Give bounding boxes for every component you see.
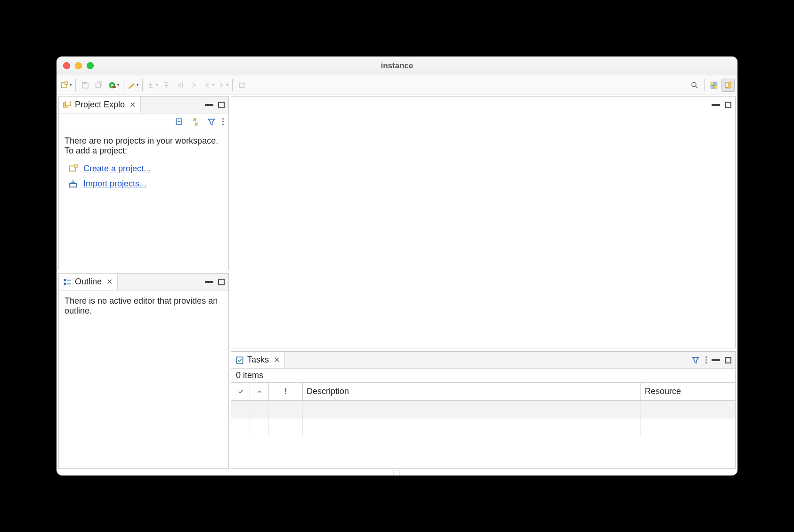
resource-perspective-button[interactable] xyxy=(721,79,735,92)
titlebar: instance xyxy=(57,56,737,75)
editor-area xyxy=(231,96,736,348)
window-title: instance xyxy=(57,61,737,71)
table-row[interactable] xyxy=(231,401,735,419)
col-priority[interactable]: ! xyxy=(269,383,303,400)
editor-empty-area[interactable] xyxy=(231,113,735,348)
explorer-toolbar xyxy=(59,113,228,130)
import-projects-row: Import projects... xyxy=(65,178,223,189)
svg-rect-11 xyxy=(711,85,713,88)
workbench: Project Explo ✕ xyxy=(57,95,737,469)
highlighter-button[interactable] xyxy=(126,79,139,92)
left-column: Project Explo ✕ xyxy=(57,95,231,469)
new-button[interactable] xyxy=(59,79,73,92)
close-icon[interactable]: ✕ xyxy=(106,277,113,286)
maximize-view-button[interactable] xyxy=(218,279,225,285)
explorer-tabrow: Project Explo ✕ xyxy=(59,97,228,113)
svg-rect-5 xyxy=(149,87,153,88)
outline-empty-text: There is no active editor that provides … xyxy=(65,296,223,316)
project-explorer-tab-label: Project Explo xyxy=(75,100,125,110)
svg-rect-12 xyxy=(714,85,717,88)
tasks-table: ! Description Resource xyxy=(231,382,735,436)
minimize-view-button[interactable] xyxy=(205,281,213,283)
prev-annotation-button[interactable] xyxy=(160,79,173,92)
explorer-empty-line1: There are no projects in your workspace. xyxy=(65,136,223,146)
project-explorer-tab[interactable]: Project Explo ✕ xyxy=(59,97,141,113)
import-icon xyxy=(68,178,79,189)
close-icon[interactable]: ✕ xyxy=(130,100,136,109)
collapse-all-button[interactable] xyxy=(174,117,185,127)
outline-tabrow: Outline ✕ xyxy=(59,274,228,290)
import-projects-link[interactable]: Import projects... xyxy=(83,179,146,189)
filter-button[interactable] xyxy=(206,117,217,127)
pin-editor-button[interactable] xyxy=(235,79,249,92)
next-annotation-button[interactable] xyxy=(146,79,159,92)
minimize-editor-button[interactable] xyxy=(712,104,720,106)
last-edit-location-button[interactable] xyxy=(174,79,187,92)
tasks-tabrow: Tasks ✕ xyxy=(231,352,735,369)
new-project-icon xyxy=(68,163,79,174)
tasks-body: 0 items ! Description xyxy=(231,369,735,436)
minimize-view-button[interactable] xyxy=(712,359,720,361)
svg-rect-19 xyxy=(74,164,77,167)
save-all-button[interactable] xyxy=(93,79,106,92)
col-resource[interactable]: Resource xyxy=(641,383,735,400)
svg-rect-23 xyxy=(236,357,243,363)
project-explorer-icon xyxy=(63,100,72,110)
table-row[interactable] xyxy=(231,419,735,436)
project-explorer-view: Project Explo ✕ xyxy=(58,96,229,270)
maximize-view-button[interactable] xyxy=(725,357,731,363)
save-button[interactable] xyxy=(79,79,92,92)
svg-rect-1 xyxy=(65,81,68,84)
tasks-filter-button[interactable] xyxy=(690,355,701,365)
col-sort[interactable] xyxy=(250,383,269,400)
maximize-view-button[interactable] xyxy=(218,102,225,108)
open-perspective-button[interactable] xyxy=(707,79,721,92)
tasks-icon xyxy=(235,355,244,365)
maximize-editor-button[interactable] xyxy=(725,102,731,108)
main-toolbar xyxy=(57,75,737,95)
outline-body: There is no active editor that provides … xyxy=(59,290,228,322)
outline-tab-label: Outline xyxy=(75,277,102,287)
run-button[interactable] xyxy=(107,79,120,92)
tasks-tab[interactable]: Tasks ✕ xyxy=(231,352,285,368)
create-project-link[interactable]: Create a project... xyxy=(83,164,151,174)
svg-rect-10 xyxy=(714,82,717,85)
svg-rect-2 xyxy=(83,82,86,84)
search-button[interactable] xyxy=(688,79,701,92)
link-with-editor-button[interactable] xyxy=(190,117,201,127)
svg-rect-21 xyxy=(64,279,66,281)
outline-view: Outline ✕ There is no active editor that… xyxy=(58,273,229,469)
svg-rect-14 xyxy=(726,83,729,87)
check-icon xyxy=(237,388,244,395)
svg-rect-7 xyxy=(239,83,244,87)
explorer-body: There are no projects in your workspace.… xyxy=(59,130,228,194)
col-completed[interactable] xyxy=(231,383,250,400)
tasks-tab-label: Tasks xyxy=(247,355,269,365)
svg-point-8 xyxy=(692,82,696,87)
svg-rect-22 xyxy=(64,282,66,285)
tasks-header-row: ! Description Resource xyxy=(231,383,735,401)
priority-icon: ! xyxy=(284,387,287,396)
svg-rect-9 xyxy=(711,82,713,85)
view-menu-button[interactable] xyxy=(222,118,224,125)
svg-rect-4 xyxy=(113,86,116,88)
close-icon[interactable]: ✕ xyxy=(274,355,280,364)
create-project-row: Create a project... xyxy=(65,163,223,174)
right-column: Tasks ✕ 0 items xyxy=(231,95,737,469)
svg-rect-16 xyxy=(66,101,71,105)
status-bar-grip[interactable]: ⋮⋮ xyxy=(57,469,737,476)
outline-tab[interactable]: Outline ✕ xyxy=(59,274,118,290)
forward-button[interactable] xyxy=(216,79,229,92)
outline-icon xyxy=(63,277,72,287)
col-description[interactable]: Description xyxy=(303,383,641,400)
tasks-view-menu-button[interactable] xyxy=(705,356,707,363)
tasks-count-label: 0 items xyxy=(231,369,735,382)
explorer-empty-line2: To add a project: xyxy=(65,146,223,156)
svg-rect-6 xyxy=(164,82,169,83)
app-window: instance xyxy=(57,56,737,476)
nav-forward-button[interactable] xyxy=(188,79,201,92)
minimize-view-button[interactable] xyxy=(205,104,213,106)
chevron-up-icon xyxy=(256,388,263,395)
tasks-view: Tasks ✕ 0 items xyxy=(231,351,736,469)
back-button[interactable] xyxy=(202,79,215,92)
